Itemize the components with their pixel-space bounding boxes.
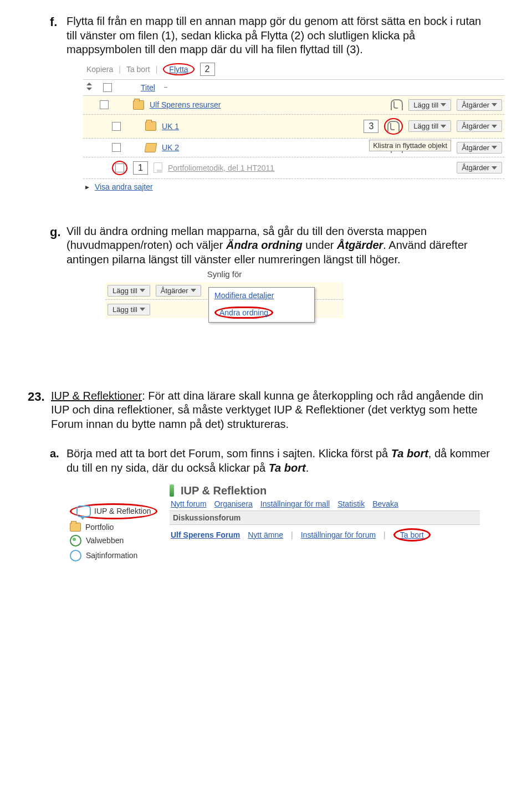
atgarder-button[interactable]: Åtgärder [457, 142, 502, 154]
toolbar-kopiera[interactable]: Kopiera [86, 65, 113, 74]
lagg-till-button[interactable]: Lägg till [408, 99, 451, 111]
col-title[interactable]: Titel [141, 83, 155, 92]
paragraph-g: g. Vill du ändra ordning mellan mapparna… [50, 224, 493, 267]
para-a-marker: a. [50, 447, 66, 475]
table-row: UK 2 Klistra in flyttade objekt Lägg til… [83, 139, 504, 157]
folder-icon [133, 100, 144, 110]
para-g-marker: g. [50, 224, 66, 267]
sidebar-item-sajtinformation[interactable]: Sajtinformation [70, 550, 164, 561]
menu-andra-ordning[interactable]: Ändra ordning [209, 303, 314, 322]
table-row: 1 Portfoliometodik, del 1 HT2011 Åtgärde… [83, 157, 504, 179]
paragraph-a: a. Börja med att ta bort det Forum, som … [50, 447, 493, 475]
file-icon [154, 162, 162, 173]
forum-title-link[interactable]: Ulf Sperens Forum [171, 530, 240, 539]
paragraph-23: 23. IUP & Reflektioner: För att dina lär… [28, 389, 493, 432]
para-f-marker: f. [50, 14, 66, 57]
sidebar-item-portfolio[interactable]: Portfolio [70, 523, 164, 532]
atgarder-dropdown: Modifiera detaljer Ändra ordning [208, 287, 315, 323]
table-row: Ulf Sperens resurser Lägg till Åtgärder [83, 96, 504, 115]
toolbar-flytta[interactable]: Flytta [163, 63, 194, 75]
folder-open-icon [145, 143, 157, 152]
sidebar-item-iup[interactable]: IUP & Reflektion [70, 503, 164, 519]
checkbox-highlight [112, 161, 127, 175]
row-label[interactable]: UK 2 [162, 143, 179, 152]
para-23-marker: 23. [28, 389, 51, 432]
sort-indicator [164, 87, 167, 88]
select-all-checkbox[interactable] [103, 83, 112, 92]
callout-1: 1 [133, 161, 148, 175]
atgarder-button[interactable]: Åtgärder [457, 162, 502, 173]
callout-3: 3 [364, 120, 378, 133]
row-label[interactable]: Portfoliometodik, del 1 HT2011 [168, 164, 274, 172]
row-label[interactable]: Ulf Sperens resurser [150, 100, 221, 109]
tab-installningar-mall[interactable]: Inställningar för mall [260, 499, 330, 508]
synlig-for-heading: Synlig för [105, 269, 344, 282]
screenshot-iup-toolbar: IUP & Reflektion Portfolio Valwebben Saj… [70, 484, 480, 561]
tooltip-paste: Klistra in flyttade objekt [369, 140, 451, 151]
table-header: Titel [83, 79, 504, 96]
globe-icon [70, 535, 81, 547]
tab-bevaka[interactable]: Bevaka [372, 499, 398, 508]
lagg-till-button[interactable]: Lägg till [108, 285, 150, 297]
para-f-text: Flytta fil från en mapp till en annan ma… [66, 14, 493, 57]
nytt-amne-link[interactable]: Nytt ämne [248, 530, 283, 539]
folder-icon [70, 523, 81, 532]
atgarder-button[interactable]: Åtgärder [457, 99, 502, 111]
tab-organisera[interactable]: Organisera [214, 499, 253, 508]
lagg-till-button[interactable]: Lägg till [408, 120, 451, 132]
tab-nytt-forum[interactable]: Nytt forum [171, 499, 207, 508]
show-other-sites-link[interactable]: Visa andra sajter [95, 182, 153, 191]
chevron-down-icon [191, 289, 196, 292]
toolbar: Kopiera | Ta bort | Flytta 2 [83, 62, 504, 79]
ta-bort-link[interactable]: Ta bort [400, 530, 424, 539]
screenshot-file-mover: Kopiera | Ta bort | Flytta 2 Titel Ulf S… [83, 62, 504, 191]
chevron-down-icon [441, 103, 446, 106]
sidebar-item-valwebben[interactable]: Valwebben [70, 535, 164, 547]
paste-target-highlight [384, 118, 403, 135]
sort-icon[interactable] [86, 85, 92, 90]
ta-bort-highlight: Ta bort [393, 528, 431, 542]
row-label[interactable]: UK 1 [162, 122, 179, 131]
lagg-till-button[interactable]: Lägg till [108, 304, 150, 315]
callout-2: 2 [200, 63, 215, 76]
chevron-down-icon [492, 166, 497, 170]
paste-icon[interactable] [391, 99, 403, 110]
table-row: UK 1 3 Lägg till Åtgärder [83, 115, 504, 139]
chevron-down-icon [492, 103, 497, 106]
row-checkbox[interactable] [112, 143, 121, 152]
section-heading: Diskussionsforum [170, 510, 480, 525]
menu-modifiera-detaljer[interactable]: Modifiera detaljer [209, 288, 314, 303]
para-23-text: IUP & Reflektioner: För att dina lärare … [51, 389, 493, 432]
page-title: IUP & Reflektion [181, 484, 267, 497]
toolbar-tabort[interactable]: Ta bort [126, 65, 150, 74]
installningar-forum-link[interactable]: Inställningar för forum [301, 530, 376, 539]
row-checkbox[interactable] [115, 164, 124, 172]
toolbar-sep: | [156, 65, 158, 74]
row-checkbox[interactable] [112, 122, 121, 131]
chevron-down-icon [140, 289, 145, 292]
chevron-down-icon [492, 146, 497, 149]
footer-link-row: ▸ Visa andra sajter [83, 179, 504, 191]
gear-icon [70, 550, 81, 561]
paste-icon[interactable] [387, 121, 400, 132]
screenshot-reorder-menu: Synlig för Lägg till Åtgärder Lägg till … [105, 269, 344, 318]
chevron-down-icon [441, 125, 446, 128]
row-checkbox[interactable] [100, 100, 109, 109]
toolbar-sep: | [119, 65, 121, 74]
atgarder-button[interactable]: Åtgärder [457, 120, 502, 132]
forum-row: Ulf Sperens Forum Nytt ämne | Inställnin… [170, 525, 480, 545]
speech-bubble-icon [76, 505, 91, 517]
para-a-text: Börja med att ta bort det Forum, som fin… [66, 447, 493, 475]
chevron-down-icon [492, 125, 497, 128]
tab-statistik[interactable]: Statistik [337, 499, 365, 508]
section-icon [170, 484, 174, 497]
paragraph-f: f. Flytta fil från en mapp till en annan… [50, 14, 493, 57]
atgarder-button[interactable]: Åtgärder [156, 285, 201, 297]
sidebar: IUP & Reflektion Portfolio Valwebben Saj… [70, 484, 164, 561]
para-g-text: Vill du ändra ordning mellan mapparna, s… [66, 224, 493, 267]
tab-bar: Nytt forum Organisera Inställningar för … [170, 497, 480, 510]
chevron-down-icon [140, 308, 145, 311]
folder-icon [145, 121, 156, 131]
